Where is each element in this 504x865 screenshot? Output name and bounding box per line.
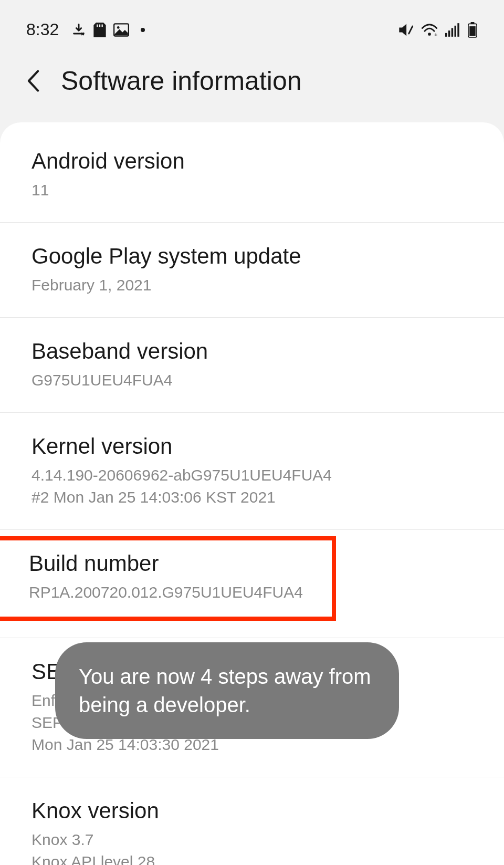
mute-icon <box>398 23 414 37</box>
item-knox-version[interactable]: Knox version Knox 3.7 Knox API level 28 … <box>0 777 504 865</box>
svg-rect-0 <box>97 24 98 27</box>
item-android-version[interactable]: Android version 11 <box>0 122 504 223</box>
page-title: Software information <box>61 66 302 96</box>
status-right: + <box>398 22 478 38</box>
svg-text:+: + <box>434 32 437 36</box>
item-google-play-update[interactable]: Google Play system update February 1, 20… <box>0 223 504 318</box>
item-value: 11 <box>32 179 472 201</box>
item-title: Google Play system update <box>32 244 472 269</box>
status-left: 8:32 <box>26 20 145 39</box>
svg-point-4 <box>117 26 120 29</box>
svg-rect-10 <box>455 25 457 36</box>
status-time: 8:32 <box>26 20 59 39</box>
item-value: G975U1UEU4FUA4 <box>32 369 472 391</box>
sd-card-icon <box>93 23 106 37</box>
svg-rect-8 <box>448 30 450 37</box>
item-build-number[interactable]: Build number RP1A.200720.012.G975U1UEU4F… <box>0 536 336 621</box>
svg-point-5 <box>428 33 431 36</box>
image-icon <box>113 23 129 37</box>
item-build-number-row: Build number RP1A.200720.012.G975U1UEU4F… <box>0 530 504 638</box>
svg-rect-2 <box>102 24 103 27</box>
battery-icon <box>467 22 478 38</box>
item-value: RP1A.200720.012.G975U1UEU4FUA4 <box>29 581 303 603</box>
page-header: Software information <box>0 50 504 122</box>
item-title: Kernel version <box>32 434 472 459</box>
wifi-icon: + <box>421 23 438 37</box>
download-icon <box>71 23 86 37</box>
status-bar: 8:32 <box>0 0 504 50</box>
toast-message: You are now 4 steps away from being a de… <box>55 642 399 739</box>
item-title: Knox version <box>32 798 472 824</box>
item-value: February 1, 2021 <box>32 274 472 296</box>
item-value: Knox 3.7 Knox API level 28 TIMA 4.1.0 Du… <box>32 829 472 865</box>
settings-list: Android version 11 Google Play system up… <box>0 122 504 865</box>
svg-rect-9 <box>452 28 454 36</box>
item-kernel-version[interactable]: Kernel version 4.14.190-20606962-abG975U… <box>0 413 504 530</box>
svg-rect-7 <box>445 33 447 36</box>
svg-rect-11 <box>457 23 459 37</box>
item-title: Baseband version <box>32 339 472 364</box>
item-title: Android version <box>32 149 472 174</box>
back-button[interactable] <box>26 69 40 92</box>
signal-icon <box>445 23 460 37</box>
svg-rect-14 <box>469 26 476 36</box>
item-baseband-version[interactable]: Baseband version G975U1UEU4FUA4 <box>0 318 504 413</box>
more-icon <box>141 28 145 32</box>
item-title: Build number <box>29 551 303 576</box>
item-value: 4.14.190-20606962-abG975U1UEU4FUA4 #2 Mo… <box>32 464 472 508</box>
svg-rect-1 <box>99 24 100 27</box>
